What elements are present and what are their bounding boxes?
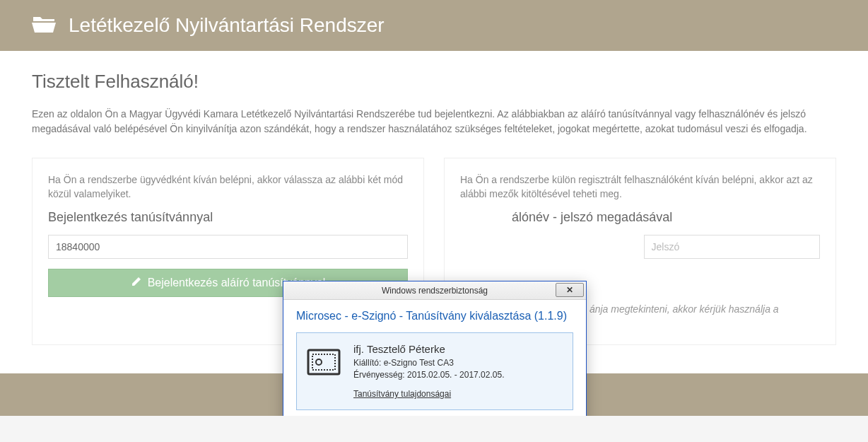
cert-issuer: Kiállító: e-Szigno Test CA3 [353, 358, 505, 368]
pencil-icon [131, 276, 142, 290]
cert-id-input[interactable] [48, 235, 408, 259]
cert-properties-link[interactable]: Tanúsítvány tulajdonságai [353, 389, 451, 399]
cert-name: ifj. Tesztelő Péterke [353, 343, 505, 355]
userpass-panel-lead: Ha Ön a rendszerbe külön regisztrált fel… [460, 173, 820, 202]
dialog-titlebar[interactable]: Windows rendszerbiztonság ✕ [283, 281, 586, 300]
cert-validity: Érvényesség: 2015.02.05. - 2017.02.05. [353, 370, 505, 380]
windows-security-dialog: Windows rendszerbiztonság ✕ Microsec - e… [283, 281, 587, 416]
dialog-close-button[interactable]: ✕ [556, 283, 584, 297]
close-icon: ✕ [566, 285, 573, 295]
greeting: Tisztelt Felhasználó! [32, 71, 836, 93]
certificate-icon [307, 347, 341, 377]
page-title: Letétkezelő Nyilvántartási Rendszer [69, 14, 385, 37]
dialog-subtitle: Microsec - e-Szignó - Tanúsítvány kivála… [296, 310, 573, 322]
password-input[interactable] [644, 235, 821, 259]
userpass-panel-subtitle: Felhasználónév - jelszó megadásával [460, 210, 820, 225]
header-bar: Letétkezelő Nyilvántartási Rendszer [0, 0, 868, 51]
cert-panel-subtitle: Bejelentkezés tanúsítvánnyal [48, 210, 408, 225]
intro-text: Ezen az oldalon Ön a Magyar Ügyvédi Kama… [32, 107, 836, 136]
cert-panel-lead: Ha Ön a rendszerbe ügyvédként kíván belé… [48, 173, 408, 202]
page-content: Tisztelt Felhasználó! Ezen az oldalon Ön… [0, 51, 868, 373]
certificate-card[interactable]: ifj. Tesztelő Péterke Kiállító: e-Szigno… [296, 332, 573, 410]
dialog-title: Windows rendszerbiztonság [382, 286, 488, 296]
svg-point-2 [316, 359, 322, 365]
folder-icon [32, 14, 69, 37]
